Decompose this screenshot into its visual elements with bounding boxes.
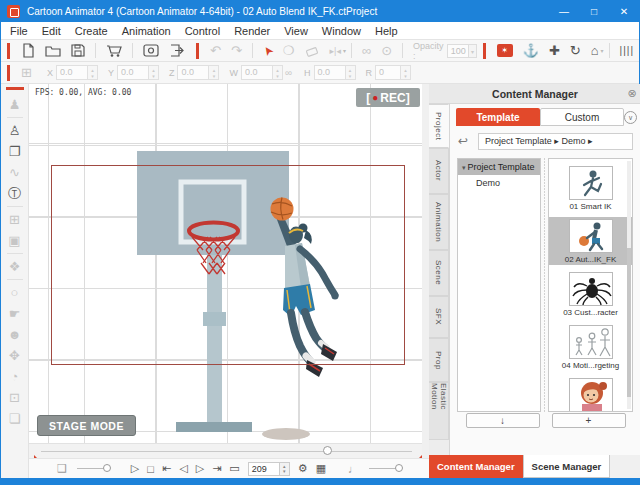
effect-icon[interactable]: ❖ (9, 256, 21, 277)
zoom-slider-handle[interactable] (323, 446, 332, 455)
wh-link-icon[interactable]: ∞ (285, 67, 292, 78)
x-field[interactable]: 0.0 (56, 65, 88, 80)
tab-sfx[interactable]: SFX (429, 296, 449, 338)
undo-icon[interactable]: ↶ (210, 42, 221, 60)
playback-settings-icon[interactable]: ⚙ (298, 462, 308, 475)
redo-icon[interactable]: ↷ (231, 42, 242, 60)
export-icon[interactable] (169, 43, 185, 58)
list-item[interactable]: 05 Sta...0 Head (549, 376, 632, 412)
tree-root[interactable]: ▾Project Template (458, 159, 540, 175)
tab-scene-manager[interactable]: Scene Manager (523, 455, 611, 478)
close-button[interactable]: ✕ (609, 0, 639, 22)
stage-viewport[interactable]: FPS: 0.00, AVG: 0.00 [●REC] STAGE MODE (29, 84, 422, 443)
select-tool-icon[interactable]: ➤ (258, 41, 279, 60)
list-item[interactable]: 04 Moti...rgeting (549, 323, 632, 371)
tab-scene[interactable]: Scene (429, 250, 449, 296)
breadcrumb[interactable]: Project Template ▸ Demo ▸ (478, 133, 633, 150)
menu-help[interactable]: Help (368, 25, 405, 37)
volume-note-icon[interactable]: ♩ (348, 463, 359, 475)
y-field[interactable]: 0.0 (117, 65, 149, 80)
grid-tool-icon[interactable]: ⊞ (9, 209, 20, 230)
face-puppet-icon[interactable]: ☻ (8, 324, 22, 345)
h-field[interactable]: 0.0 (314, 65, 346, 80)
render-style-icon[interactable]: ✶ (497, 44, 513, 57)
tree-item-demo[interactable]: Demo (458, 175, 540, 191)
list-item[interactable]: 03 Cust...racter (549, 270, 632, 318)
menu-create[interactable]: Create (68, 25, 115, 37)
frame-number-field[interactable]: 209 (248, 462, 280, 476)
menu-animation[interactable]: Animation (115, 25, 178, 37)
save-project-icon[interactable] (71, 43, 85, 58)
media-prop-icon[interactable]: ❐ (9, 141, 21, 162)
link-icon[interactable]: ∞ (362, 42, 371, 60)
create-actor-icon[interactable]: ♙ (9, 120, 21, 141)
anchor-icon[interactable]: ⚓ (523, 42, 539, 60)
previous-frame-button[interactable]: ◁ (179, 462, 187, 475)
preview-icon[interactable] (143, 43, 159, 58)
bubble-slider[interactable] (77, 468, 107, 469)
download-button[interactable]: ↓ (466, 413, 540, 428)
flip-dropdown-icon[interactable]: ▾ (343, 47, 346, 54)
frame-spinner[interactable]: ▴▾ (280, 462, 290, 476)
tab-project[interactable]: Project (429, 104, 449, 148)
eraser-icon[interactable] (305, 44, 320, 58)
list-item-selected[interactable]: 02 Aut...IK_FK (549, 217, 632, 265)
character-icon[interactable]: ♟ (9, 94, 21, 115)
layout-icon[interactable]: ⊡ (9, 387, 20, 408)
physics-icon[interactable]: ○ (11, 282, 19, 303)
visibility-icon[interactable]: ⊙ (381, 42, 392, 60)
r-spinner[interactable]: ▴▾ (401, 65, 411, 80)
home-dropdown-icon[interactable]: ▾ (601, 47, 604, 54)
layer-manager-icon[interactable]: ❏ (9, 408, 21, 429)
z-field[interactable]: 0.0 (177, 65, 209, 80)
head-setup-icon[interactable]: ◔ (11, 366, 19, 387)
audio-icon[interactable]: ∿ (9, 162, 20, 183)
add-content-button[interactable]: + (552, 413, 626, 428)
transform-grid-icon[interactable]: ⊞ (21, 64, 32, 82)
tab-animation[interactable]: Animation (429, 194, 449, 250)
menu-view[interactable]: View (277, 25, 315, 37)
x-spinner[interactable]: ▴▾ (88, 65, 98, 80)
maximize-button[interactable]: □ (579, 0, 609, 22)
w-field[interactable]: 0.0 (241, 65, 273, 80)
home-view-icon[interactable]: ⌂ (591, 42, 599, 60)
render-preview-icon[interactable]: ▦ (316, 462, 326, 475)
breadcrumb-back-icon[interactable]: ↩ (458, 134, 468, 148)
chevron-down-icon[interactable]: ∨ (624, 111, 637, 124)
zoom-slider-track[interactable] (41, 451, 412, 452)
list-item[interactable]: 01 Smart IK (549, 164, 632, 212)
opacity-dropdown-icon[interactable]: ▾ (469, 44, 476, 58)
tab-prop[interactable]: Prop (429, 338, 449, 382)
r-field[interactable]: 0 (375, 65, 401, 80)
rotate-tool-icon[interactable]: ↻ (570, 42, 581, 60)
go-to-end-button[interactable]: ⇥ (212, 462, 221, 475)
menu-control[interactable]: Control (178, 25, 227, 37)
play-button[interactable]: ▷ (131, 462, 139, 475)
collect-clip-icon[interactable]: ❍ (283, 42, 295, 60)
minimize-button[interactable]: — (549, 0, 579, 22)
z-spinner[interactable]: ▴▾ (209, 65, 219, 80)
go-to-start-button[interactable]: ⇤ (162, 462, 171, 475)
tab-elastic-motion[interactable]: Elastic Motion (429, 382, 449, 440)
menu-edit[interactable]: Edit (35, 25, 68, 37)
w-spinner[interactable]: ▴▾ (273, 65, 283, 80)
panel-close-icon[interactable]: ⊗ (623, 87, 640, 100)
open-project-icon[interactable] (45, 43, 61, 58)
tab-content-manager[interactable]: Content Manager (429, 455, 523, 478)
tab-actor[interactable]: Actor (429, 148, 449, 194)
menu-render[interactable]: Render (227, 25, 277, 37)
image-layer-icon[interactable]: ▣ (8, 230, 20, 251)
tree-list-splitter[interactable] (541, 158, 548, 412)
content-store-icon[interactable] (106, 43, 122, 58)
h-spinner[interactable]: ▴▾ (346, 65, 356, 80)
loop-button[interactable]: ▭ (229, 462, 239, 475)
list-scrollbar[interactable] (627, 161, 631, 409)
menu-file[interactable]: File (3, 25, 35, 37)
stop-button[interactable]: □ (147, 463, 154, 475)
body-puppet-icon[interactable]: ✥ (9, 345, 20, 366)
speech-bubble-icon[interactable]: ❑ (57, 462, 67, 475)
curtain-icon[interactable]: |||| (620, 42, 634, 60)
text-bubble-icon[interactable]: Ⓣ (8, 183, 21, 204)
opacity-field[interactable]: 100 (447, 44, 470, 58)
next-frame-button[interactable]: ▷ (196, 462, 204, 475)
